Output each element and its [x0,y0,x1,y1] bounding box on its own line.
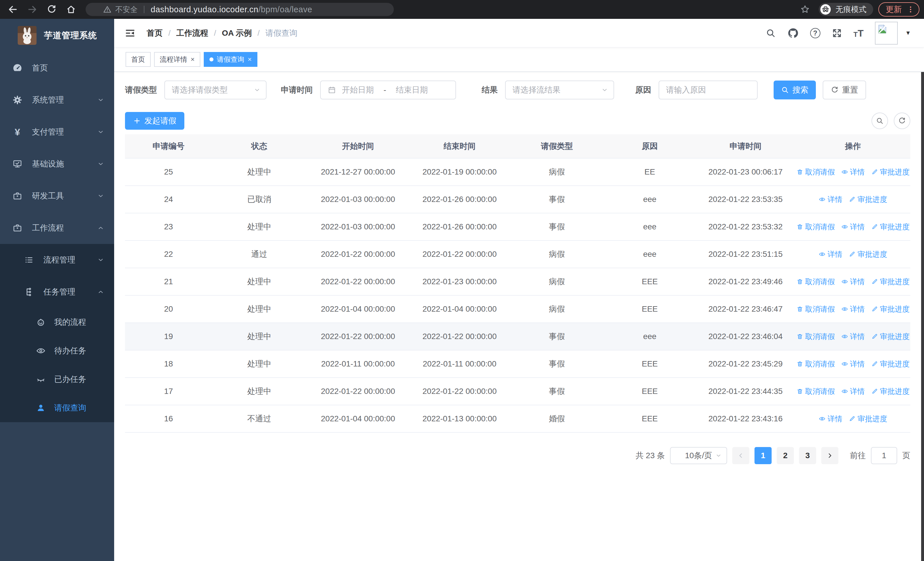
incognito-badge: 无痕模式 [819,3,873,16]
sidebar-item-todo-tasks[interactable]: 待办任务 [0,337,114,365]
breadcrumb-home[interactable]: 首页 [147,28,163,39]
chevron-up-icon [97,224,105,232]
table-row: 24已取消 2022-01-03 00:00:002022-01-26 00:0… [125,186,910,213]
browser-bar: 不安全 dashboard.yudao.iocoder.cn/bpm/oa/le… [0,0,924,19]
detail-link[interactable]: 详情 [819,414,842,424]
detail-link[interactable]: 详情 [841,277,865,287]
github-icon[interactable] [787,27,799,39]
avatar-caret-icon[interactable]: ▼ [905,30,911,36]
apply-time-range-picker[interactable]: 开始日期 - 结束日期 [320,81,456,99]
reset-button[interactable]: 重置 [823,81,866,99]
cancel-leave-link[interactable]: 取消请假 [796,222,835,232]
home-icon[interactable] [66,4,76,15]
sidebar-item-devtools[interactable]: 研发工具 [0,180,114,212]
prev-page-button[interactable] [732,447,749,464]
table-row: 21处理中 2022-01-22 00:00:002022-01-23 00:0… [125,268,910,295]
app-logo [18,26,36,45]
refresh-table-button[interactable] [894,113,910,129]
header-search-icon[interactable] [766,28,776,38]
search-button[interactable]: 搜索 [774,81,816,99]
avatar[interactable] [875,22,898,45]
back-icon[interactable] [8,4,18,15]
result-select[interactable]: 请选择流结果 [505,81,614,99]
reason-input[interactable] [666,86,750,95]
close-icon[interactable]: × [190,56,195,63]
approval-progress-link[interactable]: 审批进度 [849,194,887,205]
create-leave-button[interactable]: 发起请假 [125,112,184,130]
next-page-button[interactable] [821,447,838,464]
chevron-down-icon [97,128,105,136]
approval-progress-link[interactable]: 审批进度 [871,277,910,287]
cancel-leave-link[interactable]: 取消请假 [796,167,835,177]
table-row: 17处理中 2022-01-22 00:00:002022-01-22 00:0… [125,378,910,405]
yen-icon: ¥ [11,127,23,137]
leave-type-select[interactable]: 请选择请假类型 [164,81,267,99]
breadcrumb-workflow[interactable]: 工作流程 [176,28,208,39]
sidebar-item-task-mgmt[interactable]: 任务管理 [0,276,114,308]
approval-progress-link[interactable]: 审批进度 [871,332,910,341]
url-bar[interactable]: 不安全 dashboard.yudao.iocoder.cn/bpm/oa/le… [86,3,394,16]
cancel-leave-link[interactable]: 取消请假 [796,387,835,397]
approval-progress-link[interactable]: 审批进度 [849,414,887,424]
browser-menu-icon[interactable] [906,5,915,14]
fullscreen-icon[interactable] [832,28,842,38]
incognito-label: 无痕模式 [836,4,866,15]
approval-progress-link[interactable]: 审批进度 [871,222,910,232]
cancel-leave-link[interactable]: 取消请假 [796,359,835,369]
detail-link[interactable]: 详情 [841,222,865,232]
approval-progress-link[interactable]: 审批进度 [849,250,887,259]
close-icon[interactable]: × [248,56,252,63]
breadcrumb-oa[interactable]: OA 示例 [222,28,252,39]
font-size-icon[interactable]: TT [854,28,864,38]
goto-page-input[interactable] [871,447,897,464]
tabbar: 首页 流程详情 × 请假查询 × [114,47,924,72]
cancel-leave-link[interactable]: 取消请假 [796,332,835,341]
cancel-leave-link[interactable]: 取消请假 [796,277,835,287]
tab-leave-query[interactable]: 请假查询 × [204,52,257,67]
sidebar-item-home[interactable]: 首页 [0,52,114,84]
sidebar-item-payment[interactable]: ¥ 支付管理 [0,116,114,148]
sidebar-item-workflow[interactable]: 工作流程 [0,212,114,244]
sidebar-item-process-mgmt[interactable]: 流程管理 [0,244,114,276]
page-size-select[interactable]: 10条/页 [670,447,727,464]
leave-type-label: 请假类型 [125,84,157,95]
forward-icon[interactable] [27,4,38,15]
table-toolbar: 发起请假 [125,112,910,130]
detail-link[interactable]: 详情 [819,194,842,205]
approval-progress-link[interactable]: 审批进度 [871,167,910,177]
tab-process-detail[interactable]: 流程详情 × [154,52,200,67]
bookmark-star-icon[interactable] [800,4,810,15]
detail-link[interactable]: 详情 [841,167,865,177]
show-search-button[interactable] [872,113,888,129]
approval-progress-link[interactable]: 审批进度 [871,359,910,369]
app-title: 芋道管理系统 [44,30,97,41]
chevron-down-icon [601,86,608,94]
sidebar-item-done-tasks[interactable]: 已办任务 [0,365,114,394]
sidebar-item-leave-query[interactable]: 请假查询 [0,394,114,422]
sidebar-fold-icon[interactable] [124,27,136,39]
sidebar-item-system[interactable]: 系统管理 [0,84,114,116]
detail-link[interactable]: 详情 [841,387,865,397]
browser-scrollbar[interactable] [921,19,924,561]
tab-home[interactable]: 首页 [126,52,151,67]
approval-progress-link[interactable]: 审批进度 [871,387,910,397]
approval-progress-link[interactable]: 审批进度 [871,304,910,314]
table-row: 25处理中 2021-12-27 00:00:002022-01-19 00:0… [125,158,910,186]
detail-link[interactable]: 详情 [841,359,865,369]
page-button-3[interactable]: 3 [799,447,816,464]
detail-link[interactable]: 详情 [841,332,865,341]
detail-link[interactable]: 详情 [819,250,842,259]
update-button[interactable]: 更新 [878,2,920,17]
detail-link[interactable]: 详情 [841,304,865,314]
pagination-total: 共 23 条 [636,450,665,461]
sidebar-item-infrastructure[interactable]: 基础设施 [0,148,114,180]
table-row: 18处理中 2022-01-11 00:00:002022-01-11 00:0… [125,350,910,378]
reload-icon[interactable] [46,4,57,15]
page-button-2[interactable]: 2 [777,447,794,464]
page-button-1[interactable]: 1 [754,447,772,464]
sidebar-item-my-process[interactable]: 我的流程 [0,308,114,337]
dashboard-icon [11,63,23,73]
plus-icon [133,117,141,125]
help-icon[interactable]: ? [810,28,820,38]
cancel-leave-link[interactable]: 取消请假 [796,304,835,314]
